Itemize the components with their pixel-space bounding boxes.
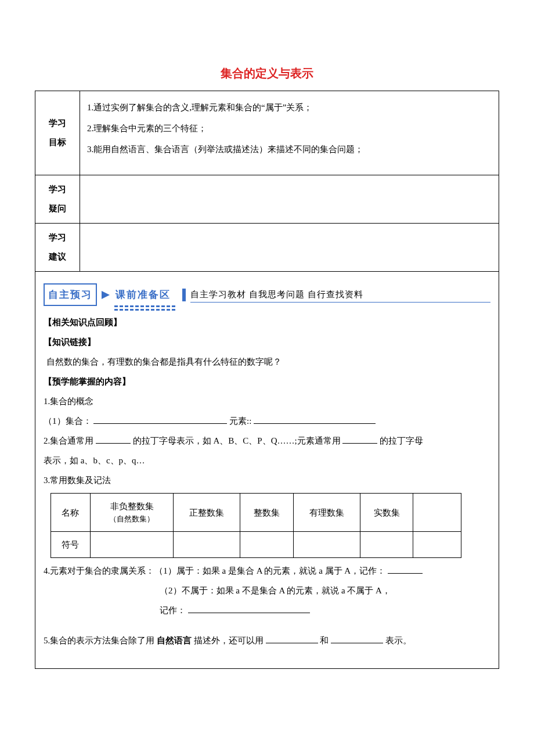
s4c: 记作： xyxy=(160,606,186,615)
arrow-right-icon xyxy=(102,291,110,299)
col-real: 实数集 xyxy=(360,494,413,532)
s2-line1: 2.集合通常用 的拉丁字母表示，如 A、B、C、P、Q……;元素通常用 的拉丁字… xyxy=(44,434,490,448)
s4-line3: 记作： xyxy=(44,603,490,617)
label-goals-text: 学习 目标 xyxy=(49,118,66,147)
s2c: 的拉丁字母 xyxy=(380,436,423,445)
blank-method2 xyxy=(331,634,383,643)
lesson-table: 学习 目标 1.通过实例了解集合的含义,理解元素和集合的“属于”关系； 2.理解… xyxy=(35,91,499,669)
s2-line2: 表示，如 a、b、c、p、q… xyxy=(44,453,490,467)
blank-notbelong xyxy=(188,604,310,613)
banner-prep: 课前准备区 xyxy=(114,288,172,303)
s5a: 5.集合的表示方法集合除了用 xyxy=(44,636,154,645)
s5c: 和 xyxy=(320,636,329,645)
sym-rational xyxy=(293,531,360,557)
sym-int xyxy=(240,531,293,557)
label-advice-text: 学习 建议 xyxy=(49,233,66,261)
content-cell: 自主预习 课前准备区 自主学习教材 自我思考问题 自行查找资料 【相关知识点回顾… xyxy=(35,272,499,669)
goals-cell: 1.通过实例了解集合的含义,理解元素和集合的“属于”关系； 2.理解集合中元素的… xyxy=(80,91,499,175)
banner-box: 自主预习 xyxy=(44,283,97,306)
blank-belong xyxy=(388,564,423,574)
goal-3: 3.能用自然语言、集合语言（列举法或描述法）来描述不同的集合问题； xyxy=(87,139,492,160)
sym-real xyxy=(360,531,413,557)
s5bold: 自然语言 xyxy=(157,636,192,645)
heading-grasp: 【预学能掌握的内容】 xyxy=(44,375,490,388)
page-title: 集合的定义与表示 xyxy=(35,64,499,82)
sym-nonneg xyxy=(90,531,173,557)
sym-posint xyxy=(174,531,240,557)
s2a: 2.集合通常用 xyxy=(44,436,93,445)
label-doubt-text: 学习 疑问 xyxy=(49,185,66,213)
s5-line: 5.集合的表示方法集合除了用 自然语言 描述外，还可以用 和 表示。 xyxy=(44,633,490,647)
advice-cell xyxy=(80,224,499,272)
doubt-cell xyxy=(80,175,499,224)
sym-extra xyxy=(413,531,461,557)
s1a-label2: 元素:: xyxy=(229,416,251,426)
s4-line1: 4.元素对于集合的隶属关系：（1）属于：如果 a 是集合 A 的元素，就说 a … xyxy=(44,564,490,578)
th-name: 名称 xyxy=(51,494,91,532)
col-rational: 有理数集 xyxy=(293,494,360,532)
s4-line2: （2）不属于：如果 a 不是集合 A 的元素，就说 a 不属于 A， xyxy=(44,584,490,597)
heading-link: 【知识链接】 xyxy=(44,335,490,349)
s5b: 描述外，还可以用 xyxy=(194,636,264,645)
s3-title: 3.常用数集及记法 xyxy=(44,473,490,487)
col-nonneg: 非负整数集 （自然数集） xyxy=(90,494,173,532)
s5d: 表示。 xyxy=(385,636,412,645)
vertical-bar-icon xyxy=(182,289,186,301)
label-advice: 学习 建议 xyxy=(35,224,80,272)
s1-title: 1.集合的概念 xyxy=(44,394,490,408)
blank-letter1 xyxy=(96,434,131,444)
heading-review: 【相关知识点回顾】 xyxy=(44,315,490,329)
s4b: （2）不属于：如果 a 不是集合 A 的元素，就说 a 不属于 A， xyxy=(160,586,391,595)
blank-set-def xyxy=(93,415,227,424)
label-goals: 学习 目标 xyxy=(35,91,80,175)
number-set-table: 名称 非负整数集 （自然数集） 正整数集 整数集 有理数集 实数集 xyxy=(50,493,461,558)
col-posint: 正整数集 xyxy=(174,494,240,532)
goal-1: 1.通过实例了解集合的含义,理解元素和集合的“属于”关系； xyxy=(87,97,492,118)
link-question: 自然数的集合，有理数的集合都是指具有什么特征的数字呢？ xyxy=(44,355,490,369)
col-int: 整数集 xyxy=(240,494,293,532)
section-banner: 自主预习 课前准备区 自主学习教材 自我思考问题 自行查找资料 xyxy=(44,283,490,306)
blank-letter2 xyxy=(342,434,377,444)
s4a: 4.元素对于集合的隶属关系：（1）属于：如果 a 是集合 A 的元素，就说 a … xyxy=(44,566,385,575)
label-doubt: 学习 疑问 xyxy=(35,175,80,224)
blank-element-def xyxy=(254,415,376,424)
s1-line: （1）集合： 元素:: xyxy=(44,414,490,428)
col-nonneg-main: 非负整数集 xyxy=(110,502,154,511)
s1a-label: （1）集合： xyxy=(44,416,92,426)
col-nonneg-sub: （自然数集） xyxy=(94,513,169,525)
th-symbol: 符号 xyxy=(51,531,91,557)
s2b: 的拉丁字母表示，如 A、B、C、P、Q……;元素通常用 xyxy=(133,436,341,445)
col-extra xyxy=(413,494,461,532)
banner-slogan: 自主学习教材 自我思考问题 自行查找资料 xyxy=(190,287,490,303)
goal-2: 2.理解集合中元素的三个特征； xyxy=(87,118,492,139)
blank-method1 xyxy=(266,634,318,643)
dashed-underline-icon xyxy=(114,305,175,307)
